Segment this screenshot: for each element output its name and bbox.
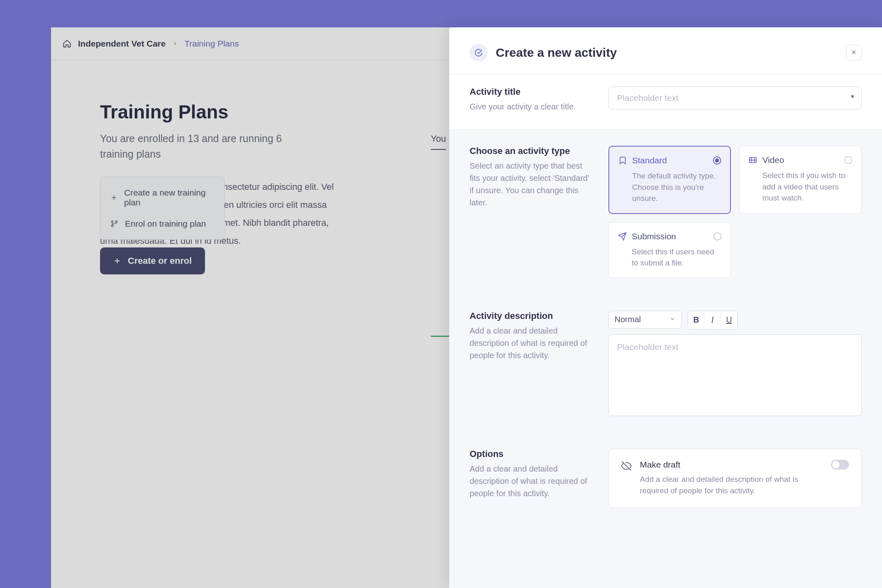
type-card-standard[interactable]: Standard The default activity type. Choo… (608, 146, 731, 214)
activity-title-label: Activity title (470, 87, 592, 97)
description-help: Add a clear and detailed description of … (470, 325, 592, 361)
option-draft-title: Make draft (640, 460, 823, 470)
activity-type-label: Choose an activity type (470, 146, 592, 156)
panel-title: Create a new activity (496, 46, 838, 60)
draft-toggle[interactable] (831, 460, 849, 470)
underline-button[interactable]: U (721, 311, 737, 329)
video-icon (748, 156, 757, 165)
radio-selected (713, 156, 721, 165)
eye-off-icon (621, 461, 632, 471)
italic-button[interactable]: I (704, 311, 721, 329)
type-video-desc: Select this if you wish to add a video t… (748, 170, 852, 204)
options-help: Add a clear and detailed description of … (470, 463, 592, 499)
create-activity-panel: Create a new activity Activity title Giv… (449, 27, 882, 588)
option-make-draft: Make draft Add a clear and detailed desc… (608, 449, 862, 508)
description-label: Activity description (470, 311, 592, 321)
format-select-value: Normal (615, 315, 641, 324)
close-button[interactable] (846, 45, 862, 60)
option-draft-desc: Add a clear and detailed description of … (640, 474, 823, 497)
format-select[interactable]: Normal (608, 311, 682, 329)
close-icon (851, 49, 857, 57)
activity-title-input[interactable] (608, 87, 862, 109)
type-submission-title: Submission (632, 232, 708, 241)
radio-unselected (844, 156, 852, 164)
type-standard-title: Standard (632, 156, 708, 165)
type-video-title: Video (762, 155, 839, 165)
bookmark-icon (618, 156, 627, 165)
bold-button[interactable]: B (688, 311, 704, 329)
check-circle-icon (470, 44, 488, 62)
type-card-submission[interactable]: Submission Select this if users need to … (608, 222, 731, 278)
required-asterisk: * (851, 93, 854, 103)
options-label: Options (470, 449, 592, 459)
type-card-video[interactable]: Video Select this if you wish to add a v… (739, 146, 862, 214)
activity-type-help: Select an activity type that best fits y… (470, 160, 592, 209)
chevron-down-icon (669, 315, 676, 324)
send-icon (618, 232, 627, 241)
activity-title-help: Give your activity a clear title. (470, 100, 592, 113)
type-submission-desc: Select this if users need to submit a fi… (618, 246, 722, 269)
radio-unselected (713, 232, 722, 241)
description-textarea[interactable]: Placeholder text (608, 334, 862, 416)
type-standard-desc: The default activity type. Choose this i… (618, 170, 721, 204)
